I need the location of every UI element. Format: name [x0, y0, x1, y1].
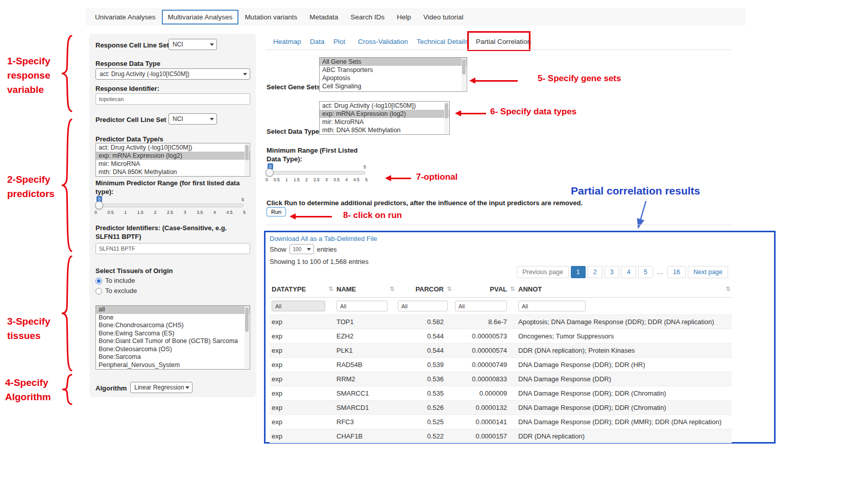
table-row[interactable]: expSMARCD10.5260.0000132DNA Damage Respo… — [270, 401, 732, 415]
radio-to-exclude-label[interactable]: To exclude — [105, 287, 137, 295]
scrollbar[interactable] — [245, 306, 249, 369]
entries-label: entries — [317, 246, 337, 253]
run-button[interactable]: Run — [267, 207, 286, 216]
tab-data[interactable]: Data — [310, 38, 325, 45]
annotation-step2: 2-Specify predictors — [7, 173, 63, 201]
table-row[interactable]: expCHAF1B0.5220.0000157DDR (DNA replicat… — [270, 429, 732, 444]
sort-icon[interactable]: ⇅ — [328, 285, 333, 292]
algorithm-select[interactable]: Linear Regression — [130, 382, 192, 393]
nav-univariate-analyses[interactable]: Univariate Analyses — [89, 10, 162, 25]
scrollbar[interactable] — [462, 58, 466, 91]
previous-page-button[interactable]: Previous page — [517, 266, 569, 278]
tab-cross-validation[interactable]: Cross-Validation — [358, 38, 408, 45]
sort-icon[interactable]: ⇅ — [510, 285, 515, 292]
predictor-data-types-listbox[interactable]: act: Drug Activity (-log10[IC50M]) exp: … — [95, 143, 250, 177]
listbox-option[interactable]: mth: DNA 850K Methylation — [320, 126, 449, 134]
response-cell-line-set-select[interactable]: NCI — [168, 39, 217, 50]
page-button-3[interactable]: 3 — [605, 266, 619, 278]
brace-step4 — [60, 374, 74, 405]
predictor-cell-line-set-select[interactable]: NCI — [168, 113, 217, 125]
filter-input-name[interactable] — [336, 301, 388, 311]
scrollbar[interactable] — [245, 144, 249, 176]
column-header-name[interactable]: NAME⇅ — [334, 281, 396, 298]
show-entries-select[interactable]: 100 — [290, 244, 314, 254]
column-header-datatype[interactable]: DATATYPE⇅ — [270, 281, 334, 298]
nav-metadata[interactable]: Metadata — [303, 10, 344, 25]
nav-help[interactable]: Help — [391, 10, 417, 25]
scrollbar[interactable] — [444, 102, 449, 134]
sort-icon[interactable]: ⇅ — [390, 285, 395, 292]
next-page-button[interactable]: Next page — [688, 266, 728, 278]
page-button-1[interactable]: 1 — [571, 266, 586, 278]
response-data-type-select[interactable]: act: Drug Activity (-log10[IC50M]) — [95, 68, 250, 80]
listbox-option-selected[interactable]: exp: mRNA Expression (log2) — [320, 110, 449, 118]
table-row[interactable]: expEZH20.5440.00000573Oncogenes; Tumor S… — [270, 329, 732, 344]
table-row[interactable]: expRRM20.5360.00000833DNA Damage Respons… — [270, 372, 732, 386]
sort-icon[interactable]: ⇅ — [726, 285, 731, 292]
page-button-2[interactable]: 2 — [588, 266, 602, 278]
listbox-option[interactable]: Bone:Giant Cell Tumor of Bone (GCTB) Sar… — [96, 337, 250, 346]
listbox-option[interactable]: Cell Signaling — [320, 82, 467, 90]
download-link[interactable]: Download All as a Tab-Delimited File — [270, 235, 377, 242]
slider-track[interactable] — [95, 204, 244, 207]
listbox-option[interactable]: ABC Transporters — [320, 66, 467, 74]
radio-to-include-label[interactable]: To include — [105, 277, 135, 284]
listbox-option[interactable]: mir: MicroRNA — [96, 160, 250, 168]
listbox-option[interactable]: Peripheral_Nervous_System — [96, 361, 250, 370]
listbox-option[interactable]: Bone:Osteosarcoma (OS) — [96, 346, 250, 354]
page-button-5[interactable]: 5 — [638, 266, 653, 278]
radio-to-exclude[interactable] — [95, 288, 102, 295]
listbox-option[interactable]: Bone — [96, 314, 250, 322]
filter-input-parcor[interactable] — [398, 301, 448, 311]
slider-track[interactable] — [267, 171, 366, 175]
min-range-slider[interactable]: 0 5 00.511.522.533.544.55 — [267, 162, 367, 186]
column-label: ANNOT — [518, 285, 542, 293]
predictor-identifiers-input[interactable] — [95, 243, 250, 254]
nav-mutation-variants[interactable]: Mutation variants — [238, 10, 303, 25]
listbox-option[interactable]: Bone:Sarcoma — [96, 353, 250, 361]
listbox-option[interactable]: mth: DNA 850K Methylation — [96, 168, 250, 176]
listbox-option-selected[interactable]: exp: mRNA Expression (log2) — [96, 152, 250, 160]
column-header-annot[interactable]: ANNOT⇅ — [516, 281, 732, 298]
slider-handle[interactable] — [266, 168, 274, 177]
listbox-option-selected[interactable]: All Gene Sets — [320, 58, 467, 66]
min-predictor-range-slider[interactable]: 0 5 00.511.522.533.544.55 — [95, 196, 245, 219]
table-row[interactable]: expPLK10.5440.00000574DDR (DNA replicati… — [270, 344, 732, 358]
listbox-option[interactable]: mir: MicroRNA — [320, 118, 449, 126]
page-button-16[interactable]: 16 — [667, 266, 686, 278]
filter-input-pval[interactable] — [455, 301, 507, 311]
table-row[interactable]: expTOP10.5828.6e-7Apoptosis; DNA Damage … — [270, 315, 732, 329]
tab-heatmap[interactable]: Heatmap — [273, 38, 301, 45]
page-button-4[interactable]: 4 — [621, 266, 636, 278]
nav-search-ids[interactable]: Search IDs — [344, 10, 391, 25]
tissue-listbox[interactable]: all Bone Bone:Chondrosarcoma (CHS) Bone:… — [95, 305, 250, 370]
listbox-option[interactable]: act: Drug Activity (-log10[IC50M]) — [96, 143, 250, 152]
show-entries-row: Show 100 entries — [270, 244, 337, 254]
tab-technical-details[interactable]: Technical Details — [417, 38, 468, 45]
listbox-option[interactable]: Bone:Chondrosarcoma (CHS) — [96, 322, 250, 330]
listbox-option-selected[interactable]: all — [96, 306, 250, 314]
sort-icon[interactable]: ⇅ — [447, 285, 452, 292]
column-header-parcor[interactable]: PARCOR⇅ — [396, 281, 453, 298]
nav-multivariate-analyses[interactable]: Multivariate Analyses — [162, 10, 239, 25]
caret-down-icon — [243, 73, 247, 76]
listbox-option[interactable]: Apoptosis — [320, 74, 467, 82]
column-header-pval[interactable]: PVAL⇅ — [453, 281, 516, 298]
listbox-option[interactable]: Bone:Ewing Sarcoma (ES) — [96, 330, 250, 338]
table-row[interactable]: expSMARCC10.5350.000009DNA Damage Respon… — [270, 386, 732, 401]
table-row[interactable]: expRFC30.5250.0000141DNA Damage Response… — [270, 415, 732, 429]
min-range-label: Minimum Range (First Listed Data Type): — [267, 146, 361, 163]
listbox-option[interactable]: act: Drug Activity (-log10[IC50M]) — [320, 102, 449, 110]
gene-sets-listbox[interactable]: All Gene Sets ABC Transporters Apoptosis… — [319, 57, 467, 92]
blue-arrow-results — [631, 200, 653, 233]
slider-handle[interactable] — [95, 201, 103, 209]
tab-plot[interactable]: Plot — [333, 38, 345, 45]
table-row[interactable]: expRAD54B0.5390.00000749DNA Damage Respo… — [270, 358, 732, 372]
filter-input-datatype[interactable] — [272, 301, 325, 311]
nav-video-tutorial[interactable]: Video tutorial — [417, 10, 470, 25]
radio-to-include[interactable] — [95, 278, 102, 284]
response-identifier-input[interactable] — [95, 93, 250, 105]
data-types-listbox[interactable]: act: Drug Activity (-log10[IC50M]) exp: … — [319, 101, 450, 135]
run-instruction: Click Run to determine additional predic… — [267, 199, 583, 207]
filter-input-annot[interactable] — [518, 301, 586, 311]
